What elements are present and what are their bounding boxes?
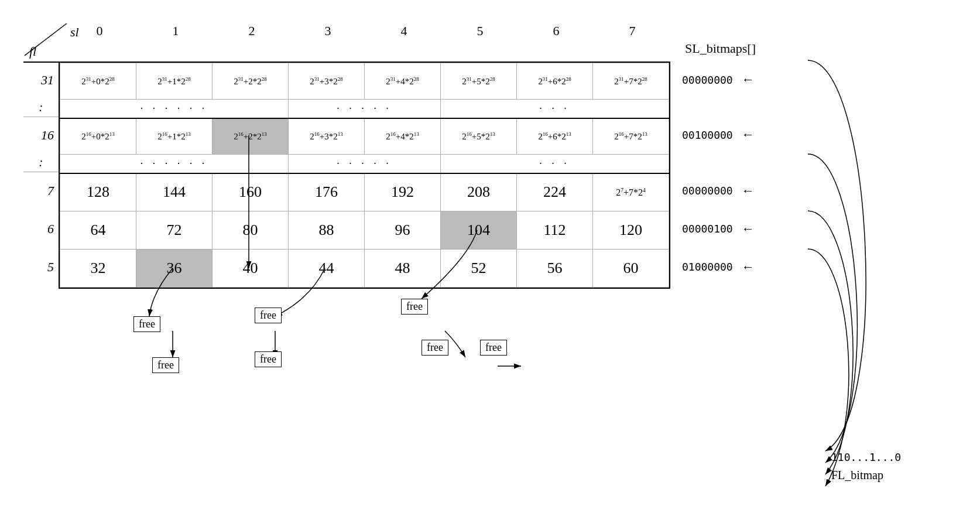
cell-31-3: 231+3*228 (289, 63, 365, 100)
col-2: 2 (214, 23, 290, 39)
cell-31-1: 231+1*228 (136, 63, 213, 100)
cell-6-2: 80 (213, 211, 289, 250)
free-box-1: free (133, 316, 160, 332)
cell-5-5: 52 (441, 250, 517, 288)
bitmap-6-value: 00000100 (682, 223, 733, 235)
cell-31-6: 231+6*228 (517, 63, 593, 100)
row-label-5: 5 (23, 248, 59, 286)
cell-7-1: 144 (136, 173, 213, 211)
col-5: 5 (442, 23, 518, 39)
arrow-16: ← (742, 127, 755, 142)
cell-7-2: 160 (213, 173, 289, 211)
cell-16-7: 216+7*213 (593, 118, 669, 155)
table-row: 216+0*213 216+1*213 216+2*213 216+3*213 … (60, 118, 669, 155)
cell-16-1: 216+1*213 (136, 118, 213, 155)
table-row: 128 144 160 176 192 208 224 27+7*24 (60, 173, 669, 211)
cell-16-4: 216+4*213 (365, 118, 441, 155)
cell-16-3: 216+3*213 (289, 118, 365, 155)
cell-6-0: 64 (60, 211, 136, 250)
bitmap-7-value: 00000000 (682, 185, 733, 197)
arrow-31: ← (742, 72, 755, 87)
cell-16-0: 216+0*213 (60, 118, 136, 155)
arrow-7: ← (742, 183, 755, 199)
col-4: 4 (366, 23, 442, 39)
cell-7-4: 192 (365, 173, 441, 211)
cell-6-4: 96 (365, 211, 441, 250)
main-container: sl fl 0 1 2 3 4 5 6 7 SL_bitmaps[] 31 : … (23, 6, 960, 504)
fl-bitmap-label: FL_bitmap (831, 469, 883, 482)
row-label-16: 16 (23, 117, 59, 153)
cell-7-6: 224 (517, 173, 593, 211)
col-7: 7 (594, 23, 670, 39)
free-box-4: free (255, 351, 282, 367)
cell-31-5: 231+5*228 (441, 63, 517, 100)
bitmap-5: 01000000 ← (682, 248, 755, 286)
fl-bitmap-value: 110...1...0 (831, 451, 901, 463)
cell-31-7: 231+7*228 (593, 63, 669, 100)
cell-5-3: 44 (289, 250, 365, 288)
cell-31-2: 231+2*228 (213, 63, 289, 100)
arrow-6: ← (742, 221, 755, 237)
sl-bitmaps-values: 00000000 ← 00100000 ← 00000000 ← 0000010… (682, 62, 755, 289)
fl-label: fl (29, 44, 36, 59)
cell-6-1: 72 (136, 211, 213, 250)
bitmap-dots2 (682, 153, 755, 172)
free-box-2: free (152, 357, 179, 373)
cell-16-5: 216+5*213 (441, 118, 517, 155)
col-3: 3 (290, 23, 366, 39)
bitmap-31: 00000000 ← (682, 62, 755, 98)
table-row: 231+0*228 231+1*228 231+2*228 231+3*228 … (60, 63, 669, 100)
cell-31-0: 231+0*228 (60, 63, 136, 100)
cell-5-6: 56 (517, 250, 593, 288)
free-box-6: free (422, 340, 448, 356)
data-table: 231+0*228 231+1*228 231+2*228 231+3*228 … (60, 63, 669, 288)
bitmap-7: 00000000 ← (682, 172, 755, 210)
cell-6-6: 112 (517, 211, 593, 250)
cell-16-6: 216+6*213 (517, 118, 593, 155)
table-row-container: 31 : 16 : 7 6 5 231+0*228 231+1*228 231+… (23, 62, 960, 289)
cell-7-0: 128 (60, 173, 136, 211)
cell-7-3: 176 (289, 173, 365, 211)
free-box-5: free (401, 299, 428, 315)
cell-16-2: 216+2*213 (213, 118, 289, 155)
cell-5-7: 60 (593, 250, 669, 288)
row-label-dots1: : (23, 98, 59, 117)
col-indices: 0 1 2 3 4 5 6 7 (61, 23, 960, 39)
bitmap-31-value: 00000000 (682, 74, 733, 86)
cell-5-4: 48 (365, 250, 441, 288)
row-label-6: 6 (23, 210, 59, 248)
cell-7-7: 27+7*24 (593, 173, 669, 211)
bitmap-16: 00100000 ← (682, 117, 755, 153)
bitmap-5-value: 01000000 (682, 261, 733, 273)
cell-5-1: 36 (136, 250, 213, 288)
cell-5-2: 40 (213, 250, 289, 288)
free-box-7: free (480, 340, 507, 356)
table-row: 64 72 80 88 96 104 112 120 (60, 211, 669, 250)
cell-7-5: 208 (441, 173, 517, 211)
cell-6-3: 88 (289, 211, 365, 250)
sl-label: sl (70, 25, 79, 40)
cell-31-4: 231+4*228 (365, 63, 441, 100)
free-box-3: free (255, 308, 282, 323)
row-label-31: 31 (23, 62, 59, 98)
col-6: 6 (518, 23, 594, 39)
grid: 231+0*228 231+1*228 231+2*228 231+3*228 … (59, 62, 670, 289)
cell-6-7: 120 (593, 211, 669, 250)
table-row: 32 36 40 44 48 52 56 60 (60, 250, 669, 288)
bitmap-16-value: 00100000 (682, 129, 733, 141)
bitmap-6: 00000100 ← (682, 210, 755, 248)
table-row: · · · · · · · · · · · · · · (60, 155, 669, 173)
sl-bitmaps-header: SL_bitmaps[] (685, 41, 756, 56)
row-labels: 31 : 16 : 7 6 5 (23, 62, 59, 289)
cell-6-5: 104 (441, 211, 517, 250)
arrow-5: ← (742, 259, 755, 275)
bitmap-dots1 (682, 98, 755, 117)
header-row: sl fl 0 1 2 3 4 5 6 7 SL_bitmaps[] (59, 23, 960, 62)
table-row: · · · · · · · · · · · · · · (60, 100, 669, 118)
row-label-dots2: : (23, 153, 59, 172)
col-1: 1 (138, 23, 214, 39)
row-label-7: 7 (23, 172, 59, 210)
cell-5-0: 32 (60, 250, 136, 288)
